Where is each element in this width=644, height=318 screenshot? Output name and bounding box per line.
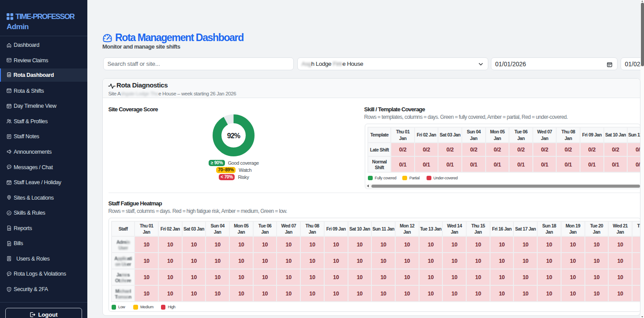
svg-text:92%: 92% (227, 132, 240, 140)
